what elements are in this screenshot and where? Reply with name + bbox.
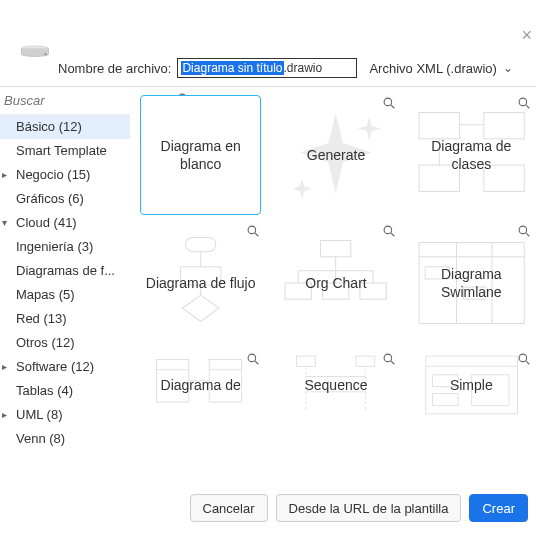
category-label: Venn (8) xyxy=(16,427,65,451)
close-icon[interactable]: × xyxy=(521,25,532,46)
category-label: Gráficos (6) xyxy=(16,187,84,211)
file-format-select[interactable]: Archivo XML (.drawio) ⌄ xyxy=(369,61,512,76)
category-item[interactable]: ▸Software (12) xyxy=(0,355,130,379)
cancel-button[interactable]: Cancelar xyxy=(190,494,268,522)
filename-selected-text: Diagrama sin título xyxy=(181,61,283,75)
expand-arrow-icon: ▸ xyxy=(2,355,12,379)
template-title: Diagrama en blanco xyxy=(141,137,260,173)
filename-label: Nombre de archivo: xyxy=(58,61,171,76)
category-item[interactable]: ▾Cloud (41) xyxy=(0,211,130,235)
category-label: Básico (12) xyxy=(16,115,82,139)
template-tile[interactable]: Diagrama de clases xyxy=(411,95,532,215)
template-title: Simple xyxy=(450,376,493,394)
category-list: Básico (12)Smart Template▸Negocio (15)Gr… xyxy=(0,115,130,451)
template-tile[interactable]: Simple xyxy=(411,351,532,419)
template-tile[interactable]: Org Chart xyxy=(275,223,396,343)
category-label: Tablas (4) xyxy=(16,379,73,403)
filename-row: Nombre de archivo: Diagrama sin título.d… xyxy=(58,58,513,78)
svg-marker-18 xyxy=(182,295,218,321)
expand-arrow-icon: ▾ xyxy=(2,211,12,235)
filename-input[interactable]: Diagrama sin título.drawio xyxy=(177,58,357,78)
svg-rect-1 xyxy=(44,54,47,56)
harddrive-icon xyxy=(20,45,50,59)
dialog-footer: Cancelar Desde la URL de la plantilla Cr… xyxy=(0,490,536,526)
svg-rect-50 xyxy=(356,356,375,366)
svg-rect-49 xyxy=(297,356,316,366)
file-format-label: Archivo XML (.drawio) xyxy=(369,61,496,76)
category-item[interactable]: Otros (12) xyxy=(0,331,130,355)
template-tile[interactable]: Generate xyxy=(275,95,396,215)
template-title: Generate xyxy=(307,146,365,164)
template-tile[interactable]: Diagrama Swimlane xyxy=(411,223,532,343)
template-title: Diagrama de clases xyxy=(411,137,532,173)
category-item[interactable]: ▸Negocio (15) xyxy=(0,163,130,187)
category-label: UML (8) xyxy=(16,403,62,427)
category-label: Negocio (15) xyxy=(16,163,90,187)
dialog-body: Básico (12)Smart Template▸Negocio (15)Gr… xyxy=(0,86,536,490)
category-item[interactable]: Básico (12) xyxy=(0,115,130,139)
expand-arrow-icon: ▸ xyxy=(2,163,12,187)
category-item[interactable]: Diagramas de f... xyxy=(0,259,130,283)
category-label: Mapas (5) xyxy=(16,283,75,307)
from-url-button[interactable]: Desde la URL de la plantilla xyxy=(276,494,462,522)
search-row xyxy=(0,87,130,115)
create-button[interactable]: Crear xyxy=(469,494,528,522)
chevron-down-icon: ⌄ xyxy=(503,61,513,75)
category-label: Cloud (41) xyxy=(16,211,77,235)
category-item[interactable]: Red (13) xyxy=(0,307,130,331)
template-title: Diagrama de xyxy=(161,376,241,394)
template-tile[interactable]: Sequence xyxy=(275,351,396,419)
template-title: Diagrama de flujo xyxy=(146,274,256,292)
category-item[interactable]: Ingeniería (3) xyxy=(0,235,130,259)
category-label: Otros (12) xyxy=(16,331,75,355)
svg-rect-16 xyxy=(185,238,215,252)
category-label: Ingeniería (3) xyxy=(16,235,93,259)
category-item[interactable]: Gráficos (6) xyxy=(0,187,130,211)
template-tile[interactable]: Diagrama de xyxy=(140,351,261,419)
category-label: Red (13) xyxy=(16,307,67,331)
template-tile[interactable]: Diagrama de flujo xyxy=(140,223,261,343)
category-item[interactable]: Venn (8) xyxy=(0,427,130,451)
filename-extension: .drawio xyxy=(284,61,323,75)
svg-rect-8 xyxy=(419,113,459,139)
template-title: Diagrama Swimlane xyxy=(411,265,532,301)
svg-rect-23 xyxy=(321,241,351,257)
category-item[interactable]: Smart Template xyxy=(0,139,130,163)
category-item[interactable]: Tablas (4) xyxy=(0,379,130,403)
template-title: Sequence xyxy=(304,376,367,394)
new-diagram-dialog: × Nombre de archivo: Diagrama sin título… xyxy=(0,0,550,550)
svg-rect-60 xyxy=(432,394,458,406)
category-item[interactable]: ▸UML (8) xyxy=(0,403,130,427)
svg-rect-9 xyxy=(483,113,523,139)
template-gallery: Diagrama en blancoGenerateDiagrama de cl… xyxy=(130,86,536,490)
category-label: Diagramas de f... xyxy=(16,259,115,283)
template-title: Org Chart xyxy=(305,274,366,292)
template-tile[interactable]: Diagrama en blanco xyxy=(140,95,261,215)
category-item[interactable]: Mapas (5) xyxy=(0,283,130,307)
category-sidebar: Básico (12)Smart Template▸Negocio (15)Gr… xyxy=(0,86,130,490)
category-label: Software (12) xyxy=(16,355,94,379)
expand-arrow-icon: ▸ xyxy=(2,403,12,427)
category-label: Smart Template xyxy=(16,139,107,163)
